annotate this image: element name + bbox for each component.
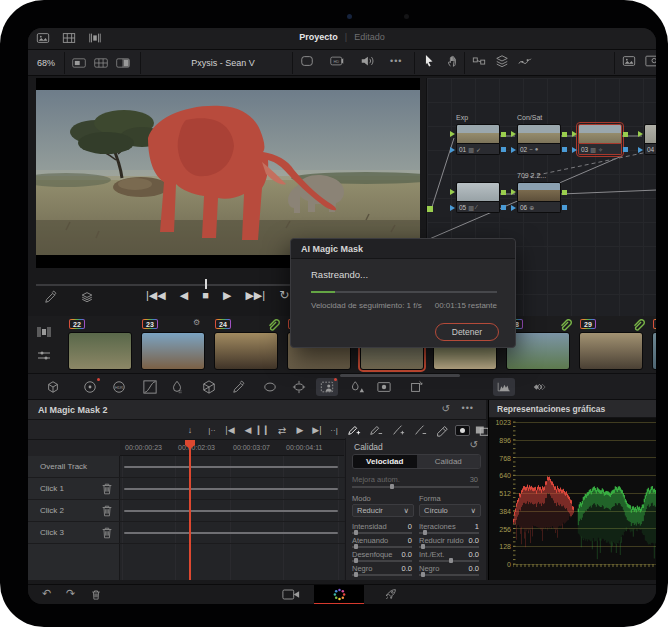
color-wheels-palette-button[interactable] bbox=[79, 378, 101, 396]
rgb-input-port[interactable] bbox=[511, 131, 516, 137]
key-output-port[interactable] bbox=[562, 147, 567, 152]
color-page-tab[interactable] bbox=[314, 585, 364, 604]
redo-icon[interactable]: ↷ bbox=[66, 588, 75, 599]
clip-thumbnail-22[interactable] bbox=[68, 332, 132, 370]
color-warper-palette-button[interactable] bbox=[198, 378, 220, 396]
go-last-button[interactable]: ▶| bbox=[309, 423, 325, 437]
eraser-button[interactable] bbox=[434, 423, 450, 437]
picker-remove-button[interactable] bbox=[368, 423, 384, 437]
track-bar[interactable] bbox=[124, 466, 338, 468]
stills-icon[interactable] bbox=[622, 54, 636, 68]
slider-knob[interactable] bbox=[354, 544, 358, 549]
keyer-palette-button[interactable] bbox=[373, 378, 395, 396]
zoom-level-button[interactable]: 68% bbox=[28, 50, 64, 75]
play-reverse-icon[interactable]: ◀ bbox=[180, 289, 188, 301]
key-output-port[interactable] bbox=[501, 205, 506, 210]
grouped-stills-button[interactable] bbox=[528, 378, 550, 396]
desenfoque-slider[interactable] bbox=[352, 560, 412, 562]
node-01[interactable]: 01▥✓ bbox=[456, 124, 500, 155]
atenuando-slider[interactable] bbox=[352, 546, 412, 548]
hdr-wheels-palette-button[interactable]: HDR bbox=[108, 378, 130, 396]
clips-view-icon[interactable] bbox=[36, 324, 52, 340]
rgb-output-port[interactable] bbox=[562, 132, 567, 137]
scopes-button[interactable] bbox=[493, 378, 515, 396]
bypass-grades-icon[interactable] bbox=[300, 54, 314, 68]
key-output-port[interactable] bbox=[623, 147, 628, 152]
tracker-ruler[interactable]: 00:00:00:2300:00:02:0300:00:03:0700:00:0… bbox=[120, 440, 344, 456]
scrubber-playhead[interactable] bbox=[205, 279, 207, 289]
rgb-input-port[interactable] bbox=[511, 189, 516, 195]
picker-add-button[interactable] bbox=[346, 423, 362, 437]
blur-palette-button[interactable] bbox=[346, 378, 368, 396]
node-03[interactable]: 03▥✧ bbox=[578, 124, 622, 155]
key-input-port[interactable] bbox=[450, 147, 455, 153]
rgb-output-port[interactable] bbox=[562, 190, 567, 195]
play-forward-icon[interactable]: ▶ bbox=[223, 289, 231, 301]
magic-mask-palette-button[interactable] bbox=[316, 378, 338, 396]
tab-proyecto[interactable]: Proyecto bbox=[299, 32, 338, 42]
undo-icon[interactable]: ↶ bbox=[42, 588, 51, 599]
track-bar[interactable] bbox=[124, 510, 338, 512]
wipe-layers-icon[interactable] bbox=[80, 290, 94, 304]
range-start-button[interactable]: |·· bbox=[204, 423, 220, 437]
auto-improve-knob[interactable] bbox=[390, 484, 394, 489]
playhead-line[interactable] bbox=[189, 440, 191, 580]
slider-knob[interactable] bbox=[354, 572, 358, 577]
stroke-add-button[interactable] bbox=[390, 423, 406, 437]
go-first-button[interactable]: |◀ bbox=[222, 423, 238, 437]
camera-raw-palette-button[interactable] bbox=[42, 378, 64, 396]
sizing-palette-button[interactable] bbox=[405, 378, 427, 396]
delete-track-icon[interactable] bbox=[100, 504, 114, 518]
auto-improve-slider[interactable] bbox=[352, 486, 479, 488]
settings-reset-icon[interactable]: ↺ bbox=[470, 440, 478, 450]
mixer-icon[interactable] bbox=[36, 348, 52, 364]
stop-button[interactable]: Detener bbox=[435, 323, 499, 341]
delete-track-icon[interactable] bbox=[100, 526, 114, 540]
deliver-rocket-icon[interactable] bbox=[384, 588, 397, 601]
node-06[interactable]: 06⊕ bbox=[517, 182, 561, 213]
node-02[interactable]: 02~● bbox=[517, 124, 561, 155]
play-fwd-button[interactable]: ▶ bbox=[292, 423, 308, 437]
cut-page-icon[interactable] bbox=[282, 588, 300, 601]
iteraciones-slider[interactable] bbox=[419, 532, 479, 534]
key-input-port[interactable] bbox=[511, 205, 516, 211]
key-input-port[interactable] bbox=[511, 147, 516, 153]
rgb-output-port[interactable] bbox=[501, 132, 506, 137]
tab-editado[interactable]: Editado bbox=[354, 32, 385, 42]
clip-thumbnail-23[interactable] bbox=[141, 332, 205, 370]
key-output-port[interactable] bbox=[501, 147, 506, 152]
play-back-button[interactable]: ◀ bbox=[240, 423, 256, 437]
eyedropper-icon[interactable] bbox=[44, 290, 58, 304]
window-palette-button[interactable] bbox=[259, 378, 281, 396]
palette-scrollbar[interactable] bbox=[340, 374, 460, 377]
modo-dropdown[interactable]: Reducir∨ bbox=[352, 504, 414, 517]
eyedropper2-palette-button[interactable] bbox=[228, 378, 250, 396]
grid-view-icon[interactable] bbox=[94, 56, 108, 70]
qualifier-palette-button[interactable] bbox=[166, 378, 188, 396]
more-options-icon[interactable]: ••• bbox=[462, 404, 474, 413]
slider-knob[interactable] bbox=[423, 530, 427, 535]
pan-hand-icon[interactable] bbox=[446, 54, 460, 68]
key-input-port[interactable] bbox=[450, 205, 455, 211]
tracker-palette-button[interactable] bbox=[288, 378, 310, 396]
delete-track-icon[interactable] bbox=[100, 482, 114, 496]
slider-knob[interactable] bbox=[421, 544, 425, 549]
range-end-button[interactable]: ··| bbox=[326, 423, 342, 437]
overlay-toggle-button[interactable] bbox=[454, 423, 470, 437]
track-bar[interactable] bbox=[124, 532, 338, 534]
mode-tab-velocidad[interactable]: Velocidad bbox=[353, 455, 417, 468]
rgb-input-port[interactable] bbox=[638, 131, 643, 137]
node-05[interactable]: 05▥∕ bbox=[456, 182, 500, 213]
slider-knob[interactable] bbox=[449, 558, 453, 563]
intensidad-slider[interactable] bbox=[352, 532, 412, 534]
single-view-icon[interactable] bbox=[72, 56, 86, 70]
clip-thumbnail-24[interactable] bbox=[214, 332, 278, 370]
rgb-input-port[interactable] bbox=[450, 189, 455, 195]
forma-dropdown[interactable]: Círculo∨ bbox=[419, 504, 481, 517]
node-link-icon[interactable] bbox=[472, 54, 486, 68]
intext-slider[interactable] bbox=[419, 560, 479, 562]
camera-hd-icon[interactable]: HD bbox=[330, 54, 344, 68]
speaker-icon[interactable] bbox=[360, 54, 374, 68]
split-view-icon[interactable] bbox=[116, 56, 130, 70]
key-input-port[interactable] bbox=[572, 147, 577, 153]
